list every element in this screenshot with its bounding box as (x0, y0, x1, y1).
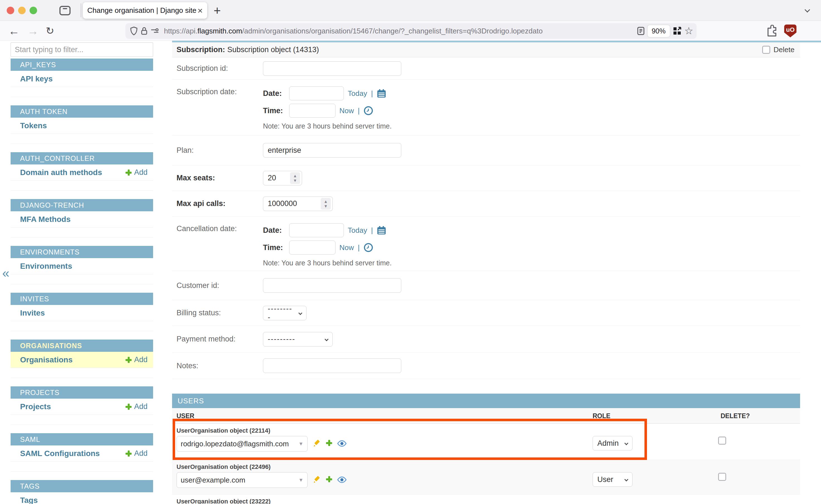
subscription-id-input[interactable] (263, 61, 401, 76)
user-select[interactable]: user@example.com ▼ (176, 472, 307, 488)
billing-status-select[interactable]: --------- (263, 306, 306, 320)
module-caption: AUTH TOKEN (11, 105, 153, 118)
sidebar-item-mfa-methods[interactable]: MFA Methods (11, 211, 153, 227)
sidebar-item-tokens[interactable]: Tokens (11, 118, 153, 134)
today-link[interactable]: Today (348, 226, 367, 235)
sidebar-filter-input[interactable] (11, 42, 153, 57)
subscription-date-input[interactable] (289, 86, 344, 100)
delete-row-checkbox[interactable] (718, 473, 726, 481)
browser-tab[interactable]: Change organisation | Django site admin … (83, 2, 207, 19)
sidebar-item-label[interactable]: Projects (20, 402, 125, 411)
back-button[interactable]: ← (8, 21, 20, 41)
sidebar-item-label[interactable]: Environments (20, 262, 147, 271)
navigation-toolbar: ← → ↻ https://api.flagsmith.com/admin/or… (0, 21, 821, 41)
clock-icon[interactable] (364, 106, 373, 115)
delete-row-checkbox[interactable] (718, 437, 726, 445)
tab-title: Change organisation | Django site admin (87, 6, 196, 15)
delete-checkbox[interactable] (762, 46, 770, 54)
close-window-button[interactable] (7, 7, 14, 14)
user-select[interactable]: rodrigo.lopezdato@flagsmith.com ▼ (176, 436, 307, 452)
add-link[interactable]: Add (125, 449, 147, 458)
sidebar-item-tags[interactable]: Tags (11, 492, 153, 504)
now-link[interactable]: Now (339, 243, 354, 252)
role-select[interactable]: User (593, 472, 633, 487)
add-link[interactable]: Add (125, 168, 147, 177)
add-link[interactable]: Add (125, 402, 147, 411)
browser-window: Change organisation | Django site admin … (0, 0, 821, 504)
field-label: Billing status: (176, 309, 263, 317)
tab-list-chevron-icon[interactable] (805, 7, 810, 13)
menu-hamburger-icon[interactable] (803, 28, 813, 35)
module-spacer (11, 181, 153, 191)
sidebar-item-label[interactable]: Invites (20, 309, 147, 318)
minimize-window-button[interactable] (18, 7, 26, 14)
time-sublabel: Time: (263, 243, 285, 252)
sidebar-module-saml: SAML SAML Configurations Add (11, 433, 153, 472)
chevron-down-icon (624, 478, 628, 481)
sidebar-item-domain-auth-methods[interactable]: Domain auth methods Add (11, 164, 153, 181)
cancellation-time-input[interactable] (289, 241, 335, 255)
ublock-origin-icon[interactable]: uO (784, 21, 796, 41)
tracking-shield-icon[interactable] (130, 26, 138, 35)
sidebar-item-api-keys[interactable]: API keys (11, 71, 153, 87)
edit-pencil-icon[interactable] (312, 439, 321, 448)
tab-close-icon[interactable]: × (197, 6, 203, 15)
new-tab-button[interactable]: + (214, 4, 221, 18)
sidebar-item-organisations[interactable]: Organisations Add (11, 352, 153, 368)
field-label: Payment method: (176, 335, 263, 343)
url-text[interactable]: https://api.flagsmith.com/admin/organisa… (164, 27, 634, 35)
number-stepper[interactable]: ▴▾ (321, 198, 331, 210)
payment-method-select[interactable]: --------- (263, 332, 333, 347)
number-stepper[interactable]: ▴▾ (290, 172, 300, 184)
edit-pencil-icon[interactable] (312, 476, 321, 484)
maximize-window-button[interactable] (30, 7, 37, 14)
sidebar-item-label[interactable]: Tags (20, 496, 147, 504)
picture-in-picture-icon[interactable] (673, 26, 682, 35)
max-api-calls-input[interactable]: 1000000 ▴▾ (263, 197, 333, 211)
notes-input[interactable] (263, 358, 401, 373)
reader-mode-icon[interactable] (637, 26, 645, 35)
url-domain: flagsmith.com (197, 27, 242, 35)
customer-id-input[interactable] (263, 278, 401, 293)
url-bar[interactable]: https://api.flagsmith.com/admin/organisa… (125, 23, 697, 39)
zoom-level-button[interactable]: 90% (648, 25, 670, 37)
module-caption: ENVIRONMENTS (11, 246, 153, 258)
change-form: Subscription: Subscription object (14313… (172, 42, 800, 504)
lock-icon[interactable] (140, 26, 148, 35)
sidebar-item-label[interactable]: Organisations (20, 355, 125, 364)
sidebar-collapse-button[interactable]: « (2, 265, 9, 280)
permissions-icon[interactable] (151, 28, 159, 34)
bookmark-star-icon[interactable]: ☆ (684, 25, 693, 37)
sidebar-item-invites[interactable]: Invites (11, 305, 153, 321)
field-row-cancellation-date: Cancellation date: Date: Today | Time: N… (172, 217, 800, 271)
sidebar-item-saml-configurations[interactable]: SAML Configurations Add (11, 445, 153, 462)
extensions-icon[interactable] (766, 21, 778, 41)
clock-icon[interactable] (364, 243, 373, 252)
max-seats-input[interactable]: 20 ▴▾ (263, 171, 302, 185)
field-label: Notes: (176, 362, 263, 370)
reload-button[interactable]: ↻ (46, 21, 54, 41)
sidebar-item-label[interactable]: API keys (20, 74, 147, 83)
calendar-icon[interactable] (377, 226, 386, 235)
add-plus-icon[interactable] (326, 440, 332, 447)
sidebar-toggle-icon[interactable] (59, 5, 71, 16)
view-eye-icon[interactable] (337, 476, 346, 483)
calendar-icon[interactable] (377, 89, 386, 98)
now-link[interactable]: Now (339, 106, 354, 115)
sidebar-item-environments[interactable]: Environments (11, 258, 153, 274)
add-plus-icon[interactable] (326, 476, 332, 483)
view-eye-icon[interactable] (337, 440, 346, 447)
subscription-time-input[interactable] (289, 104, 335, 118)
add-link[interactable]: Add (125, 355, 147, 364)
sidebar-item-label[interactable]: MFA Methods (20, 215, 147, 224)
sidebar-item-label[interactable]: SAML Configurations (20, 449, 125, 458)
role-select[interactable]: Admin (593, 436, 633, 450)
cancellation-date-input[interactable] (289, 223, 344, 237)
today-link[interactable]: Today (348, 89, 367, 98)
inline-title-label: Subscription: (176, 45, 225, 54)
sidebar-item-label[interactable]: Domain auth methods (20, 168, 125, 177)
sidebar-item-label[interactable]: Tokens (20, 121, 147, 130)
forward-button[interactable]: → (27, 21, 38, 41)
plan-input[interactable] (263, 143, 401, 157)
sidebar-item-projects[interactable]: Projects Add (11, 399, 153, 415)
